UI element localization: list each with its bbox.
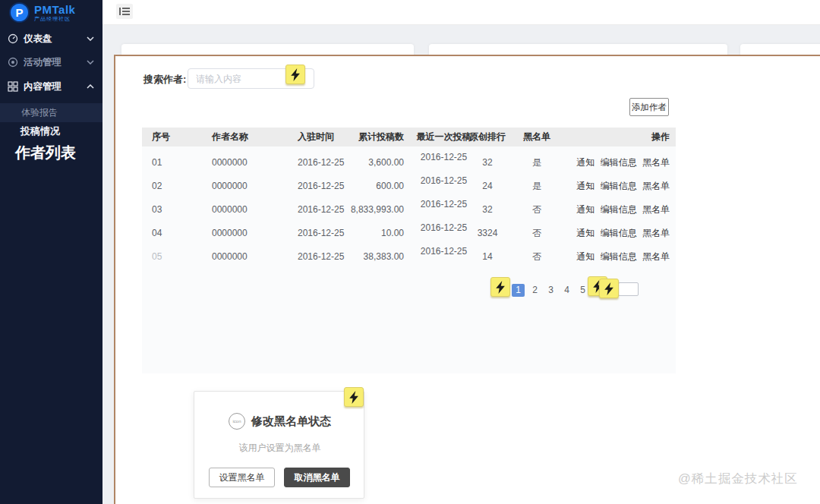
hotspot-lightning-icon (285, 65, 305, 84)
collapse-sidebar-button[interactable] (116, 4, 133, 19)
table-row: 04 0000000 2016-12-25 10.00 2016-12-25 3… (142, 222, 676, 245)
add-author-button[interactable]: 添加作者 (629, 98, 669, 116)
cell-actions: 通知 编辑信息 黑名单 (573, 175, 670, 198)
author-list-panel: 搜索作者: 添加作者 序号 作者名称 入驻时间 累计投稿数 最近一次投稿 原创排… (114, 55, 820, 504)
edit-info-link[interactable]: 编辑信息 (601, 157, 637, 168)
hotspot-lightning-icon (490, 277, 510, 297)
cell-actions: 通知 编辑信息 黑名单 (573, 198, 670, 222)
cell-no: 04 (152, 222, 190, 245)
notify-link[interactable]: 通知 (576, 204, 594, 215)
hotspot-lightning-icon (599, 279, 619, 298)
logo-title: PMTalk (34, 4, 75, 15)
cell-name: 0000000 (212, 245, 280, 269)
sidebar-item-label: 内容管理 (24, 80, 62, 93)
logo-icon: P (9, 2, 30, 23)
cell-blacklist: 否 (518, 245, 556, 269)
edit-info-link[interactable]: 编辑信息 (601, 204, 637, 215)
page-button-4[interactable]: 4 (560, 284, 573, 297)
placeholder-icon: icon (229, 413, 245, 430)
hotspot-lightning-icon (344, 387, 364, 407)
page-button-3[interactable]: 3 (544, 284, 557, 297)
cell-rank: 32 (468, 151, 506, 175)
app-logo[interactable]: P PMTalk 产品经理社区 (9, 2, 75, 23)
cell-blacklist: 是 (518, 151, 556, 175)
col-header-last: 最近一次投稿 (415, 128, 472, 146)
search-author-label: 搜索作者: (144, 70, 186, 90)
cell-last: 2016-12-25 (415, 216, 472, 240)
watermark: @稀土掘金技术社区 (678, 471, 798, 487)
sidebar-item-dashboard[interactable]: 仪表盘 (0, 27, 102, 50)
col-header-total: 累计投稿数 (324, 128, 404, 146)
table-row: 02 0000000 2016-12-25 600.00 2016-12-25 … (142, 175, 676, 198)
table-row: 03 0000000 2016-12-25 8,833,993.00 2016-… (142, 198, 676, 222)
page-button-2[interactable]: 2 (528, 284, 541, 297)
authors-table: 序号 作者名称 入驻时间 累计投稿数 最近一次投稿 原创排行 黑名单 操作 01… (142, 128, 676, 373)
cell-actions: 通知 编辑信息 黑名单 (573, 245, 670, 269)
sidebar-item-author-list-active[interactable]: 作者列表 (15, 143, 76, 163)
notify-link[interactable]: 通知 (576, 251, 594, 262)
page-button-1[interactable]: 1 (512, 284, 525, 297)
cell-name: 0000000 (212, 175, 280, 198)
cell-total: 10.00 (324, 222, 404, 245)
notify-link[interactable]: 通知 (576, 181, 594, 191)
edit-info-link[interactable]: 编辑信息 (601, 181, 637, 191)
cell-last: 2016-12-25 (415, 169, 472, 193)
cell-blacklist: 否 (518, 198, 556, 222)
notify-link[interactable]: 通知 (576, 157, 594, 168)
page-jump-input[interactable] (618, 282, 639, 296)
blacklist-link[interactable]: 黑名单 (642, 157, 670, 168)
sidebar: P PMTalk 产品经理社区 仪表盘 活动管理 (0, 0, 102, 504)
cell-rank: 14 (468, 245, 506, 269)
cell-actions: 通知 编辑信息 黑名单 (573, 222, 670, 245)
blacklist-link[interactable]: 黑名单 (642, 204, 670, 215)
cell-total: 8,833,993.00 (324, 198, 404, 222)
cell-rank: 32 (468, 198, 506, 222)
sidebar-item-activity[interactable]: 活动管理 (0, 51, 102, 74)
sidebar-item-label: 活动管理 (24, 56, 62, 69)
edit-info-link[interactable]: 编辑信息 (601, 228, 637, 238)
sidebar-item-experience-report[interactable]: 体验报告 (0, 103, 102, 122)
col-header-blacklist: 黑名单 (518, 128, 556, 146)
cell-blacklist: 否 (518, 222, 556, 245)
modal-subtitle: 该用户设置为黑名单 (194, 442, 365, 455)
chevron-up-icon (87, 84, 94, 89)
cell-last: 2016-12-25 (415, 193, 472, 216)
cell-total: 38,383.00 (324, 245, 404, 269)
logo-subtitle: 产品经理社区 (34, 15, 75, 22)
table-header-row: 序号 作者名称 入驻时间 累计投稿数 最近一次投稿 原创排行 黑名单 操作 (142, 128, 676, 146)
cell-no: 01 (152, 151, 190, 175)
blacklist-link[interactable]: 黑名单 (642, 251, 670, 262)
col-header-no: 序号 (152, 128, 190, 146)
sidebar-item-submission-status[interactable]: 投稿情况 (0, 123, 102, 140)
sidebar-item-label: 仪表盘 (24, 33, 52, 46)
cancel-blacklist-button[interactable]: 取消黑名单 (284, 468, 350, 487)
grid-icon (8, 81, 18, 92)
sidebar-item-label: 投稿情况 (20, 124, 60, 138)
edit-info-link[interactable]: 编辑信息 (601, 251, 637, 262)
cell-last: 2016-12-25 (415, 240, 472, 263)
col-header-ops: 操作 (651, 128, 670, 146)
topbar (102, 0, 820, 25)
notify-link[interactable]: 通知 (576, 228, 594, 238)
cell-actions: 通知 编辑信息 黑名单 (573, 151, 670, 175)
cell-no: 02 (152, 175, 190, 198)
target-icon (8, 57, 18, 68)
blacklist-modal: icon 修改黑名单状态 该用户设置为黑名单 设置黑名单 取消黑名单 (194, 391, 364, 499)
chevron-down-icon (87, 36, 94, 41)
set-blacklist-button[interactable]: 设置黑名单 (209, 468, 275, 487)
cell-last: 2016-12-25 (415, 146, 472, 169)
modal-title: 修改黑名单状态 (251, 414, 331, 429)
cell-name: 0000000 (212, 222, 280, 245)
cell-total: 600.00 (324, 175, 404, 198)
cell-rank: 24 (468, 175, 506, 198)
table-row: 05 0000000 2016-12-25 38,383.00 2016-12-… (142, 245, 676, 269)
table-row: 01 0000000 2016-12-25 3,600.00 2016-12-2… (142, 151, 676, 175)
cell-no: 05 (152, 245, 190, 269)
col-header-name: 作者名称 (212, 128, 280, 146)
cell-name: 0000000 (212, 151, 280, 175)
sidebar-item-content[interactable]: 内容管理 (0, 75, 102, 98)
blacklist-link[interactable]: 黑名单 (642, 228, 670, 238)
cell-no: 03 (152, 198, 190, 222)
cell-rank: 3324 (468, 222, 506, 245)
blacklist-link[interactable]: 黑名单 (642, 181, 670, 191)
